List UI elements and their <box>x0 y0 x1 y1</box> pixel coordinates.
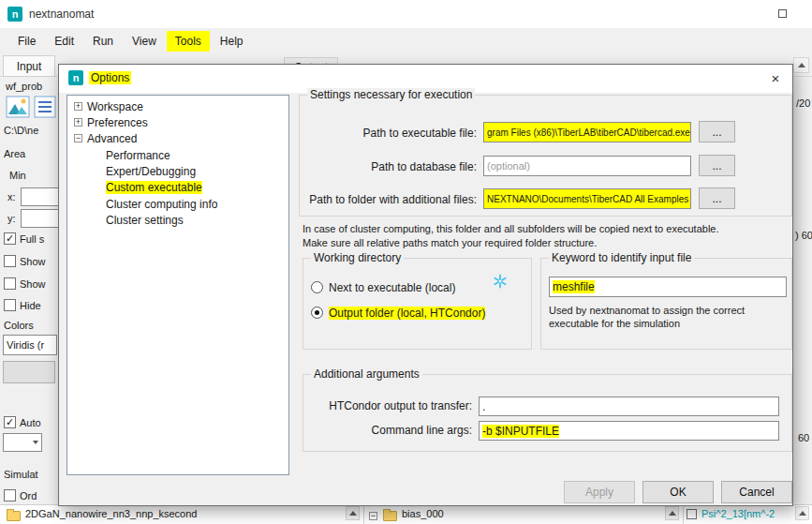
psi-checkbox[interactable] <box>687 509 697 519</box>
db-path-placeholder: (optional) <box>487 160 530 172</box>
auto-select[interactable] <box>3 433 42 452</box>
keyword-group: Keyword to identify input file meshfile … <box>540 258 792 350</box>
cancel-button[interactable]: Cancel <box>721 481 792 503</box>
scroll-up-icon <box>349 511 357 516</box>
check-icon: ✓ <box>6 416 14 427</box>
dropdown-arrow-icon <box>33 441 38 444</box>
dialog-title: Options <box>89 71 131 84</box>
browse-label: ... <box>712 126 721 139</box>
y-input[interactable] <box>21 209 62 228</box>
keyword-group-title: Keyword to identify input file <box>549 251 694 264</box>
tree-item-label: Expert/Debugging <box>106 165 196 178</box>
folder-path-label: Path to folder with additional files: <box>309 193 477 206</box>
menu-run[interactable]: Run <box>84 31 122 52</box>
keyword-value: meshfile <box>553 280 595 293</box>
auto-checkbox[interactable]: ✓ <box>4 416 16 428</box>
check-icon: ✓ <box>6 232 14 244</box>
working-directory-group: Working directory Next to executable (lo… <box>303 258 532 350</box>
partial-button[interactable] <box>3 361 55 383</box>
ok-button[interactable]: OK <box>642 481 714 503</box>
expand-icon[interactable]: + <box>74 118 82 127</box>
palette-select[interactable]: Viridis (r <box>3 335 57 355</box>
menubar: File Edit Run View Tools Help <box>0 28 812 54</box>
exe-path-value: gram Files (x86)\TiberLAB\tiberCAD\tiber… <box>487 127 690 138</box>
scroll-up-button[interactable] <box>793 57 809 73</box>
apply-label: Apply <box>585 486 613 499</box>
exe-browse-button[interactable]: ... <box>699 121 735 142</box>
collapse-icon[interactable]: − <box>74 134 82 142</box>
scroll-up-button[interactable] <box>795 506 809 520</box>
folder-browse-button[interactable]: ... <box>699 187 735 209</box>
window-title: nextnanomat <box>29 7 94 21</box>
dialog-close-button[interactable]: × <box>760 66 790 90</box>
radio-output-folder[interactable] <box>311 307 323 319</box>
show-label-1: Show <box>20 256 46 267</box>
tree-item-workspace[interactable]: + Workspace <box>68 98 143 114</box>
folder-icon <box>383 511 397 521</box>
exe-path-input[interactable]: gram Files (x86)\TiberLAB\tiberCAD\tiber… <box>483 122 691 142</box>
minus-glyph: − <box>76 133 81 142</box>
apply-button[interactable]: Apply <box>564 481 635 503</box>
db-browse-button[interactable]: ... <box>699 155 735 176</box>
hide-label: Hide <box>20 300 41 311</box>
clipped-text-2: ) 60 <box>795 230 812 241</box>
radio-next-to-executable[interactable] <box>311 281 323 293</box>
folder-icon <box>7 511 21 521</box>
scroll-up-button[interactable] <box>346 506 360 520</box>
folder-path-value: NEXTNANO\Documents\TiberCAD All Examples <box>487 194 688 204</box>
tree-item-advanced[interactable]: − Advanced <box>68 130 137 146</box>
exe-path-label: Path to executable file: <box>363 127 477 140</box>
menu-file[interactable]: File <box>9 31 44 52</box>
tree-item-cluster-settings[interactable]: Cluster settings <box>68 212 184 228</box>
tree-item-cluster-computing-info[interactable]: Cluster computing info <box>68 196 217 212</box>
radio-next-to-executable-label[interactable]: Next to executable (local) <box>329 281 455 294</box>
radio-output-folder-label[interactable]: Output folder (local, HTCondor) <box>329 307 485 320</box>
maximize-icon <box>778 9 787 18</box>
full-scale-checkbox[interactable]: ✓ <box>4 232 16 245</box>
cluster-note-line2: Make sure all relative paths match your … <box>303 237 597 248</box>
file-tab-label[interactable]: wf_prob <box>6 81 42 92</box>
y-label: y: <box>7 213 16 224</box>
tree-item-expert-debugging[interactable]: Expert/Debugging <box>68 163 196 179</box>
scroll-up-button[interactable] <box>665 506 679 520</box>
tree-item-performance[interactable]: Performance <box>68 147 170 163</box>
bottom-item-psi[interactable]: Psi^2_13[nm^-2 <box>701 508 775 519</box>
tree-item-preferences[interactable]: + Preferences <box>68 114 148 130</box>
titlebar: n nextnanomat <box>0 0 812 28</box>
tree-item-custom-executable[interactable]: Custom executable <box>68 179 202 195</box>
menu-view[interactable]: View <box>124 31 165 52</box>
hide-checkbox[interactable] <box>4 299 16 311</box>
tab-input[interactable]: Input <box>3 55 55 77</box>
list-view-icon[interactable] <box>34 96 56 118</box>
clipped-text-3: 60 <box>798 432 809 443</box>
tree-item-label: Cluster settings <box>106 214 184 227</box>
order-checkbox[interactable] <box>4 489 16 502</box>
menu-help[interactable]: Help <box>212 31 252 52</box>
show-checkbox-1[interactable] <box>4 255 16 267</box>
scroll-up-icon <box>799 511 806 516</box>
simulation-label: Simulat <box>4 469 38 480</box>
bottom-item-folder[interactable]: 2DGaN_nanowire_nn3_nnp_ksecond <box>25 508 197 519</box>
x-input[interactable] <box>21 187 62 206</box>
nextnanomat-window: n nextnanomat File Edit Run View Tools H… <box>0 0 812 524</box>
ok-label: OK <box>670 486 686 499</box>
hint-sparkle-icon <box>493 274 508 289</box>
htcondor-output-input[interactable]: . <box>479 397 779 416</box>
db-path-input[interactable]: (optional) <box>483 156 691 176</box>
command-line-args-input[interactable]: -b $INPUTFILE <box>479 421 779 441</box>
plot-image-icon[interactable] <box>6 96 30 118</box>
min-label: Min <box>9 170 26 181</box>
command-line-args-value: -b $INPUTFILE <box>482 425 559 438</box>
expand-icon[interactable]: + <box>74 102 82 111</box>
tree-item-label: Cluster computing info <box>106 198 217 211</box>
show-checkbox-2[interactable] <box>4 277 16 290</box>
keyword-input[interactable]: meshfile <box>549 277 787 297</box>
bottom-item-bias[interactable]: bias_000 <box>402 508 444 519</box>
options-dialog: n Options × + Workspace + Preferences − … <box>58 64 793 506</box>
folder-path-input[interactable]: NEXTNANO\Documents\TiberCAD All Examples <box>483 188 691 209</box>
maximize-button[interactable] <box>760 0 804 27</box>
working-directory-title: Working directory <box>311 251 404 264</box>
menu-tools[interactable]: Tools <box>167 31 210 52</box>
collapse-icon[interactable]: − <box>369 512 377 520</box>
menu-edit[interactable]: Edit <box>46 31 82 52</box>
